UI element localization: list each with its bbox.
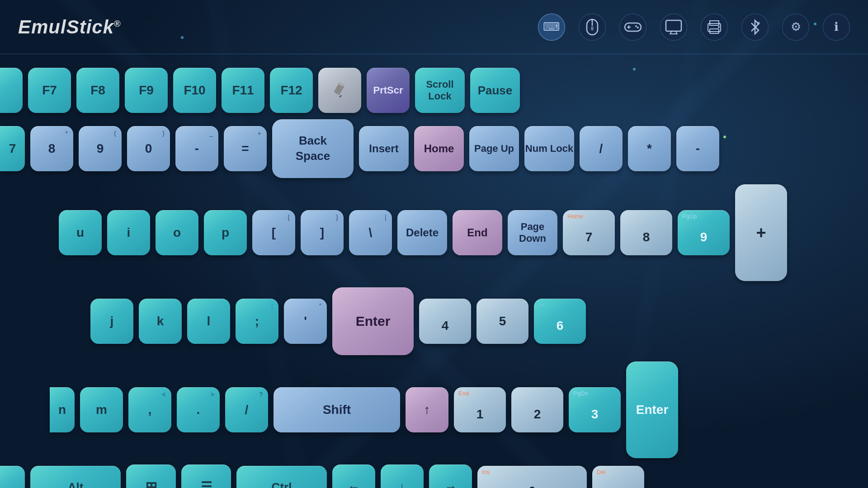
- key-numpad-1[interactable]: End 1: [454, 387, 506, 432]
- key-numpad-6[interactable]: → 6: [534, 299, 586, 344]
- key-pause[interactable]: Pause: [470, 68, 520, 113]
- key-f11[interactable]: F11: [222, 68, 264, 113]
- key-comma[interactable]: < ,: [128, 387, 171, 432]
- key-f12[interactable]: F12: [270, 68, 313, 113]
- topbar-icons: ⌨: [538, 14, 850, 41]
- key-numpad-plus[interactable]: +: [735, 184, 787, 281]
- monitor-icon[interactable]: [660, 14, 687, 41]
- printer-icon[interactable]: [701, 14, 728, 41]
- key-numlock[interactable]: Num Lock: [524, 126, 574, 171]
- key-9[interactable]: ( 9: [79, 126, 122, 171]
- key-alt[interactable]: Alt: [30, 466, 121, 488]
- keyboard-icon[interactable]: ⌨: [538, 14, 565, 41]
- svg-point-16: [757, 22, 760, 24]
- key-minus[interactable]: _ -: [175, 126, 218, 171]
- key-numpad-0[interactable]: Ins 0: [477, 466, 587, 488]
- bluetooth-icon[interactable]: [741, 14, 769, 41]
- key-quote[interactable]: " ': [284, 299, 327, 344]
- key-arrow-right[interactable]: →: [429, 465, 472, 488]
- key-slash[interactable]: ? /: [225, 387, 268, 432]
- key-scrolllock[interactable]: Scroll Lock: [415, 68, 465, 113]
- key-numpad-9[interactable]: PgUp 9: [678, 210, 730, 255]
- key-numpad-8[interactable]: ↑ 8: [620, 210, 672, 255]
- key-f10[interactable]: F10: [173, 68, 216, 113]
- key-numpad-5[interactable]: 5: [476, 299, 528, 344]
- lower-letter-row: n m < , > . ? / Shift ↑ End 1: [0, 361, 863, 458]
- key-period[interactable]: > .: [177, 387, 220, 432]
- key-f6-partial[interactable]: [0, 68, 23, 113]
- key-numpad-dot[interactable]: Del .: [592, 466, 644, 488]
- key-u[interactable]: u: [59, 210, 102, 255]
- key-ctrl[interactable]: Ctrl: [236, 466, 327, 488]
- key-home[interactable]: Home: [414, 126, 464, 171]
- middle-letter-row: j k l : ; " ' Enter ← 4 5 → 6: [0, 287, 863, 355]
- key-bottom-partial[interactable]: [0, 466, 25, 488]
- svg-point-15: [718, 26, 720, 28]
- key-end[interactable]: End: [453, 210, 502, 255]
- key-bracket-left[interactable]: { [: [252, 210, 295, 255]
- key-arrow-up[interactable]: ↑: [406, 387, 448, 432]
- keyboard-area: F7 F8 F9 F10 F11 F12 PrtScr: [0, 59, 868, 488]
- key-numpad-4[interactable]: ← 4: [419, 299, 471, 344]
- key-j[interactable]: j: [90, 299, 133, 344]
- key-backslash[interactable]: | \: [349, 210, 392, 255]
- key-shift[interactable]: Shift: [274, 387, 400, 432]
- svg-point-7: [637, 27, 639, 28]
- key-prtscr[interactable]: PrtScr: [367, 68, 410, 113]
- app-title: EmulStick: [18, 16, 114, 38]
- key-numpad-star[interactable]: *: [628, 126, 671, 171]
- svg-point-6: [635, 25, 637, 27]
- key-f8[interactable]: F8: [76, 68, 119, 113]
- key-edit[interactable]: [318, 68, 361, 113]
- key-f9[interactable]: F9: [125, 68, 168, 113]
- key-backspace[interactable]: BackSpace: [272, 119, 354, 178]
- key-numpad-2[interactable]: ↓ 2: [511, 387, 563, 432]
- upper-letter-row: u i o p { [ } ] | \ Delete End P: [0, 184, 863, 281]
- key-l[interactable]: l: [187, 299, 230, 344]
- key-win[interactable]: ⊞: [126, 465, 176, 488]
- key-o[interactable]: o: [156, 210, 198, 255]
- key-numpad-minus[interactable]: -: [676, 126, 719, 171]
- key-7-partial[interactable]: 7: [0, 126, 25, 171]
- key-equals[interactable]: + =: [224, 126, 267, 171]
- pen-icon: [332, 82, 348, 99]
- topbar: EmulStick® ⌨: [0, 0, 868, 54]
- key-delete[interactable]: Delete: [397, 210, 447, 255]
- number-row: 7 * 8 ( 9 ) 0 _ - + = BackSpace Insert: [0, 119, 863, 178]
- app-trademark: ®: [114, 19, 121, 28]
- key-p[interactable]: p: [204, 210, 247, 255]
- mouse-icon[interactable]: [579, 14, 606, 41]
- svg-point-2: [591, 26, 594, 31]
- key-numpad-7[interactable]: Home 7: [563, 210, 615, 255]
- function-key-row: F7 F8 F9 F10 F11 F12 PrtScr: [0, 68, 863, 113]
- key-k[interactable]: k: [139, 299, 182, 344]
- gamepad-icon[interactable]: [619, 14, 646, 41]
- key-numpad-3[interactable]: PgDn 3: [569, 387, 621, 432]
- key-pageup[interactable]: Page Up: [469, 126, 519, 171]
- key-numpad-enter[interactable]: Enter: [626, 361, 678, 458]
- key-numpad-slash[interactable]: /: [580, 126, 623, 171]
- key-bracket-right[interactable]: } ]: [301, 210, 344, 255]
- info-icon[interactable]: ℹ: [823, 14, 850, 41]
- key-i[interactable]: i: [107, 210, 150, 255]
- key-insert[interactable]: Insert: [359, 126, 409, 171]
- key-pagedown[interactable]: Page Down: [508, 210, 557, 255]
- key-m[interactable]: m: [80, 387, 123, 432]
- key-n-partial[interactable]: n: [50, 387, 75, 432]
- key-enter[interactable]: Enter: [332, 287, 414, 355]
- key-0[interactable]: ) 0: [127, 126, 170, 171]
- key-8[interactable]: * 8: [30, 126, 73, 171]
- app-logo: EmulStick®: [18, 16, 121, 38]
- key-semicolon[interactable]: : ;: [236, 299, 278, 344]
- settings-icon[interactable]: ⚙: [782, 14, 809, 41]
- key-arrow-left[interactable]: ←: [332, 465, 375, 488]
- key-f7[interactable]: F7: [28, 68, 71, 113]
- bottom-row: Alt ⊞ ☰ Ctrl ← ↓ → Ins 0 Del .: [0, 465, 863, 488]
- svg-rect-8: [666, 20, 681, 31]
- key-arrow-down[interactable]: ↓: [381, 465, 424, 488]
- key-menu[interactable]: ☰: [181, 465, 231, 488]
